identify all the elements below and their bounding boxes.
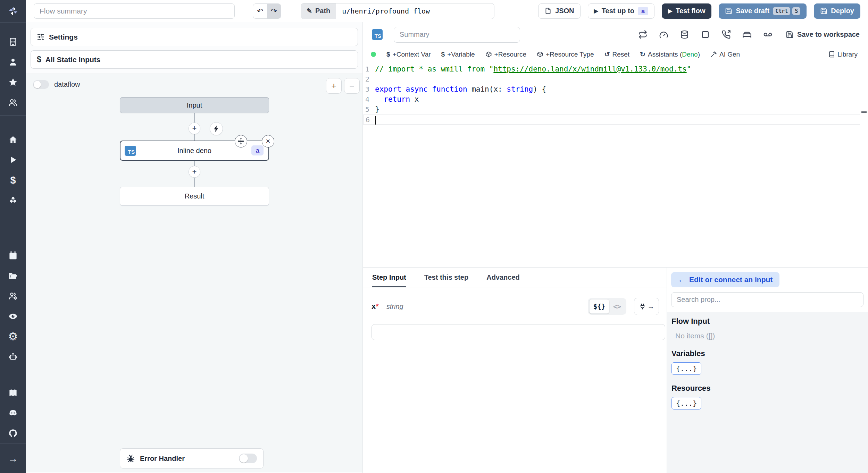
error-handler-node[interactable]: Error Handler [120,448,264,468]
gauge-icon[interactable] [659,30,668,39]
flow-summary-input[interactable] [34,3,235,19]
sidebar-item-workers[interactable] [0,286,26,306]
json-button[interactable]: JSON [538,3,580,19]
add-variable-button[interactable]: $ +Variable [441,51,475,58]
zoom-out-button[interactable]: − [344,78,360,94]
sidebar-item-runs[interactable] [0,150,26,170]
windmill-logo[interactable] [0,0,26,23]
code-editor[interactable]: 1// import * as wmill from "https://deno… [363,62,868,267]
sidebar-item-workspace[interactable] [0,32,26,52]
sidebar-item-folders[interactable] [0,265,26,286]
square-icon[interactable] [701,30,710,39]
sidebar-item-favorites[interactable] [0,72,26,92]
voicemail-icon[interactable] [763,30,773,39]
expr-mode-button[interactable]: ${} [589,299,609,314]
sidebar-item-variables[interactable]: $ [0,170,26,190]
save-to-workspace-button[interactable]: Save to workspace [786,31,860,39]
variables-object-chip[interactable]: {...} [671,362,701,375]
step-input-value-field[interactable] [372,324,665,340]
sidebar-item-discord[interactable] [0,403,26,423]
insert-step-button-top[interactable]: + [189,123,200,134]
props-section: Flow Input No items ([]) Variables {...}… [667,312,868,473]
database-icon[interactable] [680,30,689,39]
sidebar-item-groups[interactable] [0,92,26,112]
sidebar-item-settings[interactable]: ⚙ [0,326,26,346]
play-icon [8,155,18,164]
graph-node-result[interactable]: Result [120,187,269,206]
code-line[interactable]: 6 [363,115,860,125]
sidebar-item-home[interactable] [0,129,26,150]
connect-panel-top: ← Edit or connect an input [667,268,868,312]
search-prop-input[interactable] [671,292,863,307]
path-field[interactable]: ✎ Path u/henri/profound_flow [301,3,494,19]
code-text: // import * as wmill from "https://deno.… [375,64,691,74]
resources-object-chip[interactable]: {...} [671,397,701,409]
sidebar-item-resources[interactable] [0,191,26,211]
delete-step-button[interactable]: × [262,135,274,147]
close-icon: × [266,137,270,145]
error-handler-toggle[interactable] [239,454,257,463]
save-draft-button[interactable]: Save draft CtrlS [719,3,807,19]
variables-title: Variables [671,349,863,358]
assistants-button[interactable]: ↻ Assistants (Deno) [640,50,700,58]
phone-incoming-icon[interactable] [721,30,731,39]
code-text [375,115,376,124]
play-icon: ▶ [594,8,598,14]
code-line[interactable]: 5} [363,104,868,115]
reset-button[interactable]: ↺ Reset [604,50,630,58]
sidebar-item-github[interactable] [0,423,26,444]
ai-gen-button[interactable]: AI Gen [710,51,740,58]
code-mode-button[interactable]: <> [609,299,625,313]
dataflow-toggle[interactable] [33,80,49,89]
code-text: return x [375,94,419,104]
sidebar-item-schedules[interactable] [0,245,26,265]
insert-step-button-bottom[interactable]: + [189,166,200,178]
text-cursor [375,116,376,125]
tab-advanced[interactable]: Advanced [486,268,520,287]
library-button[interactable]: Library [828,51,858,58]
sidebar-item-user[interactable] [0,52,26,72]
flow-input-empty: No items ([]) [675,332,863,340]
trigger-button[interactable] [210,122,223,135]
add-context-var-button[interactable]: $ +Context Var [386,51,431,58]
add-resource-type-button[interactable]: +Resource Type [537,51,594,58]
code-line[interactable]: 4 return x [363,94,868,104]
code-text: } [375,104,379,115]
graph-node-input[interactable]: Input [120,97,269,113]
code-line[interactable]: 2 [363,74,868,84]
connect-input-panel: ← Edit or connect an input Flow Input No… [667,267,868,473]
tab-step-input[interactable]: Step Input [372,268,406,287]
graph-node-inline-deno[interactable]: TS Inline deno a × [120,141,269,161]
path-value[interactable]: u/henri/profound_flow [336,3,494,19]
test-flow-button[interactable]: ▶ Test flow [662,3,712,19]
bed-icon[interactable] [742,30,752,39]
editor-overview-ruler[interactable] [860,62,868,267]
plus-icon: + [331,81,336,91]
deploy-button[interactable]: Deploy [814,3,860,19]
sidebar-item-audit-logs[interactable] [0,306,26,326]
edit-or-connect-button[interactable]: ← Edit or connect an input [671,272,779,287]
all-static-inputs-button[interactable]: $ All Static Inputs [31,50,358,69]
dataflow-label: dataflow [54,81,80,88]
undo-button[interactable]: ↶ [253,4,267,18]
test-up-to-button[interactable]: ▶ Test up to a [588,3,654,19]
flow-settings-button[interactable]: Settings [31,28,358,46]
sidebar-item-assistant[interactable] [0,347,26,367]
redo-button[interactable]: ↷ [267,4,281,18]
move-step-button[interactable] [235,135,247,147]
users-icon [8,98,18,107]
connect-input-button[interactable]: → [634,298,659,315]
tab-test-this-step[interactable]: Test this step [424,268,468,287]
code-line[interactable]: 1// import * as wmill from "https://deno… [363,64,868,74]
book-icon [828,51,835,58]
flow-graph-canvas[interactable]: dataflow + − Input + TS Inline deno a [26,74,362,472]
retry-repeat-icon[interactable] [638,30,648,39]
add-resource-button[interactable]: +Resource [485,51,526,58]
step-summary-input[interactable] [394,27,520,43]
sidebar-item-docs[interactable] [0,383,26,403]
cursor-position-mark [861,111,867,113]
sidebar-expand-button[interactable]: → [0,444,26,473]
code-line[interactable]: 3export async function main(x: string) { [363,84,868,94]
zoom-in-button[interactable]: + [326,78,342,94]
undo-redo-group: ↶ ↷ [253,3,281,19]
